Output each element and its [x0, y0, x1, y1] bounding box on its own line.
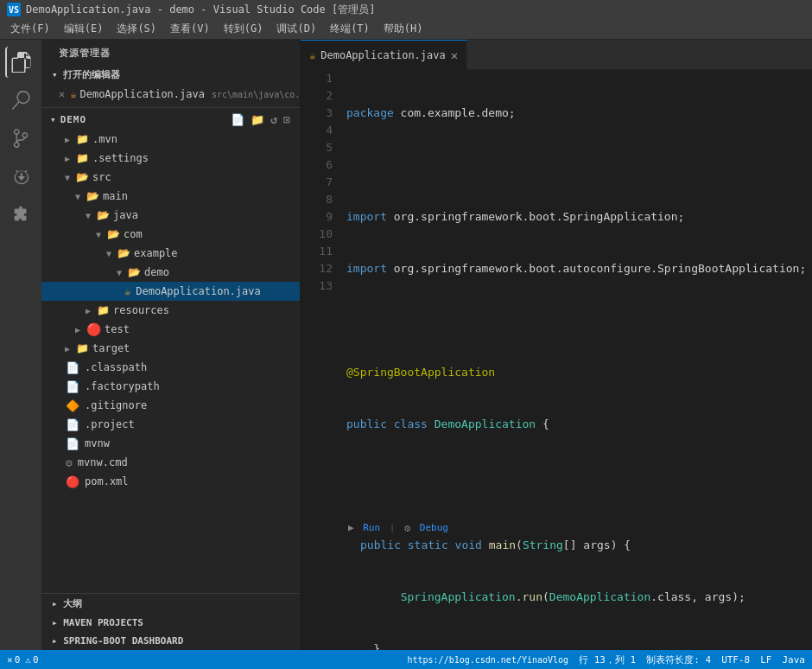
debug-icon[interactable] — [5, 161, 36, 192]
close-file-icon[interactable]: ✕ — [59, 88, 65, 100]
tree-item-demo[interactable]: ▼ 📂 demo — [41, 263, 300, 282]
tree-item-main[interactable]: ▼ 📂 main — [41, 187, 300, 206]
code-line-5 — [346, 312, 805, 329]
encoding[interactable]: UTF-8 — [721, 654, 750, 666]
menu-select[interactable]: 选择(S) — [110, 20, 163, 38]
outline-label: ▸ 大纲 — [52, 597, 82, 610]
status-right: https://b1og.csdn.net/YinaoVlog 行 13，列 1… — [407, 653, 805, 666]
menu-help[interactable]: 帮助(H) — [377, 20, 430, 38]
code-line-10: SpringApplication.run(DemoApplication.cl… — [346, 589, 805, 606]
demo-chevron-icon: ▾ — [50, 114, 57, 125]
run-debug-bar: ▶ Run | ⚙ Debug — [346, 519, 805, 537]
extensions-icon[interactable] — [5, 199, 36, 230]
error-number: 0 — [15, 654, 21, 666]
status-left: ✕ 0 ⚠ 0 — [7, 654, 39, 666]
spring-section-header[interactable]: ▸ SPRING-BOOT DASHBOARD — [41, 632, 300, 650]
run-triangle-icon: ▶ — [348, 519, 354, 537]
new-folder-icon[interactable]: 📁 — [249, 113, 267, 126]
tree-item-demo-app[interactable]: ☕ DemoApplication.java — [41, 282, 300, 301]
chevron-right-icon: ▶ — [62, 135, 73, 144]
tree-item-test[interactable]: ▶ 🔴 test — [41, 320, 300, 339]
main-layout: 资源管理器 ▾ 打开的编辑器 ✕ ☕ DemoApplication.java … — [0, 40, 812, 650]
maven-label: ▸ MAVEN PROJECTS — [52, 617, 143, 628]
search-icon[interactable] — [5, 85, 36, 116]
code-line-9: ▶ Run | ⚙ Debug public static void main(… — [346, 519, 805, 554]
sidebar-title: 资源管理器 — [41, 40, 300, 63]
folder-name: resources — [113, 304, 169, 316]
menu-debug[interactable]: 调试(D) — [270, 20, 323, 38]
git-file-icon: 🔶 — [66, 399, 79, 412]
run-link[interactable]: Run — [358, 519, 381, 537]
tree-item-mvn[interactable]: ▶ 📁 .mvn — [41, 130, 300, 149]
tab-file-icon: ☕ — [309, 49, 315, 61]
tree-item-java-folder[interactable]: ▼ 📂 java — [41, 206, 300, 225]
outline-section-header[interactable]: ▸ 大纲 — [41, 594, 300, 614]
main-method-line: public static void main(String[] args) { — [346, 537, 805, 554]
line-numbers: 1 2 3 4 5 6 7 8 9 10 11 12 13 — [301, 70, 339, 650]
debug-gear-icon: ⚙ — [404, 519, 410, 537]
tree-item-gitignore[interactable]: 🔶 .gitignore — [41, 396, 300, 415]
open-editor-item[interactable]: ✕ ☕ DemoApplication.java src\main\java\c… — [41, 85, 300, 104]
menu-view[interactable]: 查看(V) — [163, 20, 217, 38]
menu-terminal[interactable]: 终端(T) — [323, 20, 377, 38]
git-icon[interactable] — [5, 123, 36, 154]
tree-item-target[interactable]: ▶ 📁 target — [41, 339, 300, 358]
cursor-position[interactable]: 行 13，列 1 — [579, 653, 636, 666]
line-ending[interactable]: LF — [760, 654, 771, 666]
tree-item-com[interactable]: ▼ 📂 com — [41, 225, 300, 244]
tab-close-icon[interactable]: ✕ — [451, 48, 458, 62]
editor-tab-demo-app[interactable]: ☕ DemoApplication.java ✕ — [301, 40, 467, 70]
tree-item-classpath[interactable]: 📄 .classpath — [41, 358, 300, 377]
tab-label: DemoApplication.java — [320, 49, 446, 61]
folder-open-icon: 📂 — [117, 247, 130, 259]
menu-file[interactable]: 文件(F) — [3, 20, 57, 38]
open-editors-header[interactable]: ▾ 打开的编辑器 — [41, 65, 300, 85]
refresh-icon[interactable]: ↺ — [269, 113, 280, 126]
error-count[interactable]: ✕ 0 ⚠ 0 — [7, 654, 39, 666]
folder-name: demo — [144, 266, 169, 278]
tree-item-resources[interactable]: ▶ 📁 resources — [41, 301, 300, 320]
code-content[interactable]: package com.example.demo; import org.spr… — [339, 70, 812, 650]
tab-bar: ☕ DemoApplication.java ✕ — [301, 40, 812, 70]
tree-item-project[interactable]: 📄 .project — [41, 415, 300, 434]
folder-name: .settings — [92, 152, 149, 164]
cmd-file-icon: ⚙ — [66, 456, 73, 469]
tree-item-pom[interactable]: 🔴 pom.xml — [41, 472, 300, 491]
file-name: .project — [85, 418, 135, 430]
file-name: mvnw — [85, 437, 110, 449]
folder-name: target — [92, 342, 130, 354]
tree-item-src[interactable]: ▼ 📂 src — [41, 168, 300, 187]
demo-section-header[interactable]: ▾ DEMO 📄 📁 ↺ ⊡ — [41, 110, 300, 130]
file-name: mvnw.cmd — [78, 456, 128, 468]
spring-label: ▸ SPRING-BOOT DASHBOARD — [52, 635, 183, 647]
file-icon: 📄 — [66, 380, 79, 393]
menu-edit[interactable]: 编辑(E) — [57, 20, 111, 38]
folder-icon: 📁 — [76, 152, 89, 164]
code-line-6: @SpringBootApplication — [346, 364, 805, 381]
status-url: https://b1og.csdn.net/YinaoVlog — [407, 655, 568, 665]
folder-name: src — [92, 171, 111, 183]
tree-item-example[interactable]: ▼ 📂 example — [41, 244, 300, 263]
folder-name: main — [103, 190, 128, 202]
tree-item-settings[interactable]: ▶ 📁 .settings — [41, 149, 300, 168]
folder-open-icon: 📂 — [86, 190, 99, 202]
menu-goto[interactable]: 转到(G) — [217, 20, 270, 38]
editor-area: ☕ DemoApplication.java ✕ 1 2 3 4 5 6 7 8… — [301, 40, 812, 650]
code-line-3: import org.springframework.boot.SpringAp… — [346, 208, 805, 226]
tab-size[interactable]: 制表符长度: 4 — [646, 653, 711, 666]
new-file-icon[interactable]: 📄 — [229, 113, 247, 126]
error-icon: ✕ — [7, 654, 13, 666]
java-file-icon: ☕ — [124, 285, 130, 297]
menu-bar: 文件(F) 编辑(E) 选择(S) 查看(V) 转到(G) 调试(D) 终端(T… — [0, 19, 812, 40]
code-editor[interactable]: 1 2 3 4 5 6 7 8 9 10 11 12 13 package co… — [301, 70, 812, 650]
language-mode[interactable]: Java — [783, 654, 806, 666]
tree-item-mvnw-cmd[interactable]: ⚙ mvnw.cmd — [41, 453, 300, 472]
warning-number: 0 — [33, 654, 39, 666]
maven-section-header[interactable]: ▸ MAVEN PROJECTS — [41, 614, 300, 632]
debug-link[interactable]: Debug — [414, 519, 448, 537]
collapse-icon[interactable]: ⊡ — [282, 113, 293, 126]
tree-item-factorypath[interactable]: 📄 .factorypath — [41, 377, 300, 396]
tree-item-mvnw[interactable]: 📄 mvnw — [41, 434, 300, 453]
files-icon[interactable] — [5, 47, 36, 78]
folder-name: .mvn — [92, 133, 117, 145]
